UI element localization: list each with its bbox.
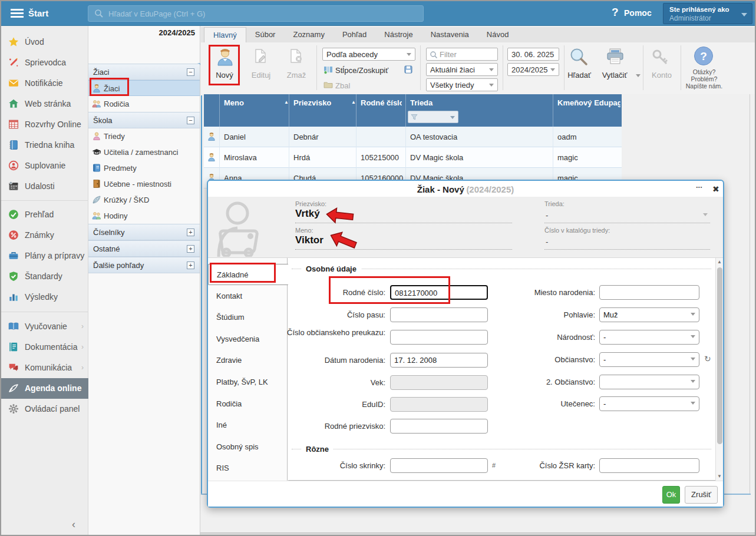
tree-section--kola[interactable]: Škola− [88, 112, 200, 128]
dialog-tab-ris[interactable]: RIS [208, 458, 288, 479]
field-input-rodn-priezvisko-[interactable] [390, 419, 488, 434]
sidebar-item-triedna-kniha[interactable]: Triedna kniha [1, 135, 88, 155]
dialog-scrollbar[interactable]: ▲ ▼ [715, 258, 723, 481]
sidebar-item-notifik-cie[interactable]: Notifikácie [1, 73, 88, 94]
sidebar-item-sprievodca[interactable]: Sprievodca [1, 52, 88, 73]
tree-section--seln-ky[interactable]: Číselníky+ [88, 224, 200, 240]
sidebar-item-zn-mky[interactable]: Známky [1, 225, 88, 246]
sidebar-item--tandardy[interactable]: Štandardy [1, 266, 88, 287]
sidebar-item-rozvrhy-online[interactable]: Rozvrhy Online [1, 114, 88, 135]
sidebar-item-dokument-cia[interactable]: Dokumentácia› [1, 337, 88, 358]
table-row[interactable]: MiroslavaHrdá105215000DV Magic školamagi… [204, 147, 622, 168]
edupage-search[interactable] [88, 5, 424, 22]
sidebar-item-vyu-ovanie[interactable]: Vyučovanie› [1, 316, 88, 337]
sort-asc-icon[interactable]: ▲ [351, 100, 356, 105]
sidebar-item-web-str-nka[interactable]: Web stránka [1, 94, 88, 114]
save-layout-icon[interactable] [404, 65, 413, 76]
tree-item-triedy[interactable]: Triedy [88, 128, 200, 144]
edit-button[interactable]: Edituj [243, 71, 279, 80]
collapse-toggle-icon[interactable]: − [187, 68, 194, 76]
menu-tab-zoznamy[interactable]: Zoznamy [284, 27, 333, 42]
scroll-up-icon[interactable]: ▲ [717, 259, 722, 264]
tree-section--iaci[interactable]: Žiaci− [88, 64, 200, 80]
refresh-icon[interactable]: ↻ [704, 354, 711, 363]
field-input-ob-ianstvo-[interactable]: - [599, 352, 699, 367]
expand-toggle-icon[interactable]: + [187, 229, 194, 236]
menu-tab-n-vod[interactable]: Návod [478, 27, 518, 42]
tree-item-hodiny[interactable]: Hodiny [88, 208, 200, 224]
account-button[interactable]: Konto [644, 71, 679, 80]
field-input-n-rodnos-[interactable]: - [599, 330, 699, 345]
classes-filter-select[interactable]: Všetky triedy [426, 78, 498, 91]
tree-item-rodi-ia[interactable]: Rodičia [88, 96, 200, 112]
filter-input[interactable]: Filter [426, 48, 498, 61]
dialog-tab--t-dium[interactable]: Štúdium [208, 307, 288, 328]
field-input-vek-[interactable] [390, 375, 488, 390]
scroll-down-icon[interactable]: ▼ [717, 474, 722, 479]
account-menu[interactable]: Ste prihlásený ako Administrátor [663, 3, 752, 24]
dialog-tab-in-[interactable]: Iné [208, 415, 288, 436]
surname-value[interactable]: Vrtký [295, 208, 320, 220]
menu-tab-hlavn-[interactable]: Hlavný [204, 27, 246, 42]
print-button[interactable]: Vytlačiť [595, 71, 635, 80]
field-input-eduid-[interactable] [390, 397, 488, 412]
sidebar-item-suplovanie[interactable]: Suplovanie [1, 155, 88, 176]
columns-group-button[interactable]: Stĺpce/Zoskupiť [335, 66, 388, 75]
tree-item--iaci[interactable]: Žiaci [88, 80, 200, 96]
catalog-number-value[interactable]: - [546, 237, 548, 246]
sidebar-item-ovl-dac-panel[interactable]: Ovládací panel [1, 399, 88, 419]
dialog-menu-button[interactable]: ... [696, 181, 702, 190]
sort-order-select[interactable]: Podľa abecedy [322, 48, 415, 61]
students-filter-select[interactable]: Aktuálni žiaci [426, 63, 498, 76]
chevron-down-icon[interactable] [703, 213, 708, 216]
hamburger-menu-icon[interactable] [11, 9, 24, 18]
field-input-pohlavie-[interactable]: Muž [599, 307, 699, 322]
firstname-value[interactable]: Viktor [295, 234, 323, 246]
new-button[interactable]: Nový [207, 71, 242, 80]
field-input-cislo-skrinky[interactable] [390, 458, 488, 473]
dialog-tab-osobn-spis[interactable]: Osobný spis [208, 436, 288, 458]
expand-toggle-icon[interactable]: + [187, 262, 194, 269]
ok-button[interactable]: Ok [662, 486, 680, 504]
class-value[interactable]: - [546, 211, 548, 220]
sidebar-item-udalosti[interactable]: Udalosti [1, 176, 88, 197]
pane-scrollbar-track[interactable] [750, 94, 750, 494]
sidebar-item-preh-ad[interactable]: Prehľad [1, 204, 88, 225]
sort-asc-icon[interactable]: ▲ [284, 100, 289, 105]
class-column-filter[interactable] [408, 111, 458, 123]
tree-item-kr-ky-kd[interactable]: Krúžky / ŠKD [88, 192, 200, 208]
close-icon[interactable]: ✖ [712, 184, 719, 194]
sidebar-item-pl-ny-a-pr-pravy[interactable]: Plány a prípravy [1, 246, 88, 266]
table-row[interactable]: DanielDebnárOA testovaciaoadm [204, 127, 622, 147]
column-header-kme-ov-edupage[interactable]: Kmeňový Edupage [557, 98, 620, 107]
collapse-button[interactable]: Zbal [335, 81, 350, 90]
date-field[interactable]: 30. 06. 2025 [507, 48, 559, 61]
help-question-icon[interactable]: ? [612, 6, 619, 19]
column-header-rodn-slo[interactable]: Rodné číslo [361, 98, 402, 107]
cancel-button[interactable]: Zrušiť [685, 486, 718, 504]
dialog-tab-kontakt[interactable]: Kontakt [208, 286, 288, 307]
sidebar-item-v-sledky[interactable]: Výsledky [1, 287, 88, 307]
field-input-ute-enec-[interactable]: - [599, 396, 699, 411]
find-button[interactable]: Hľadať [559, 71, 599, 80]
tree-item-predmety[interactable]: Predmety [88, 160, 200, 176]
tree-item-u-itelia-zamestnanci[interactable]: Učitelia / zamestnanci [88, 144, 200, 160]
menu-tab-n-stroje[interactable]: Nástroje [375, 27, 421, 42]
menu-tab-s-bor[interactable]: Súbor [246, 27, 285, 42]
collapse-toggle-icon[interactable]: − [187, 117, 194, 124]
field-input-2-ob-ianstvo-[interactable] [599, 375, 699, 389]
dialog-tab-zdravie[interactable]: Zdravie [208, 350, 288, 371]
field-input--slo-ob-ianskeho-preukazu-[interactable] [390, 330, 488, 345]
print-dropdown-icon[interactable] [636, 74, 641, 77]
scrollbar-thumb[interactable] [717, 267, 722, 444]
sidebar-item--vod[interactable]: Úvod [1, 32, 88, 52]
column-header-meno[interactable]: Meno [224, 98, 285, 107]
menu-tab-nastavenia[interactable]: Nastavenia [422, 27, 478, 42]
field-input-rodn-slo-[interactable]: 0812170000 [390, 285, 488, 300]
field-input-cislo-zsr-karty[interactable] [599, 458, 699, 473]
sidebar-collapse-button[interactable]: ‹ [72, 518, 75, 531]
dialog-tab-platby-vp-lk[interactable]: Platby, ŠvP, LK [208, 372, 288, 393]
column-header-priezvisko[interactable]: Priezvisko [293, 98, 352, 107]
tree-section--al-ie-poh-ady[interactable]: Ďalšie pohľady+ [88, 257, 200, 273]
delete-button[interactable]: Zmaž [279, 71, 314, 80]
